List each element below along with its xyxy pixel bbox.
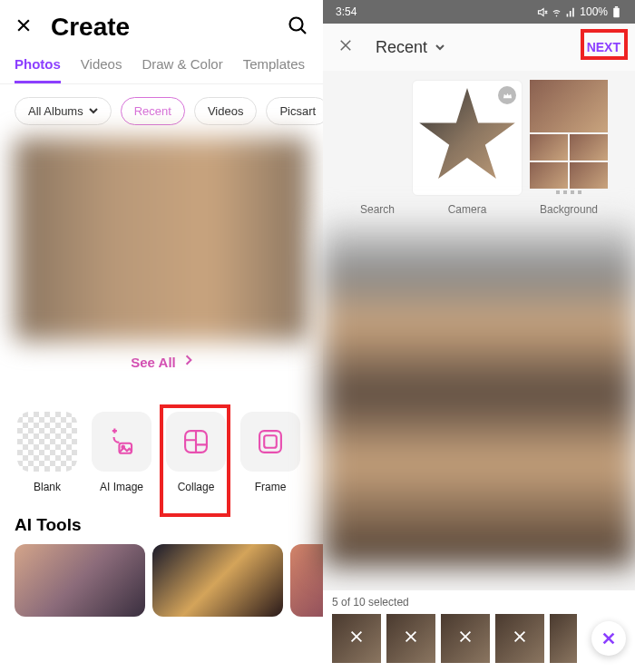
- source-label: Camera: [448, 203, 487, 216]
- status-bar: 3:54 100%: [323, 0, 635, 24]
- selected-thumbs: [332, 614, 626, 663]
- selection-count: 5 of 10 selected: [332, 596, 626, 609]
- chip-label: All Albums: [28, 104, 83, 118]
- status-icons: 100%: [536, 5, 622, 18]
- ai-tools-cards: [0, 544, 323, 617]
- chevron-down-icon: [89, 104, 98, 118]
- source-camera[interactable]: Camera: [412, 80, 523, 216]
- status-time: 3:54: [336, 5, 360, 18]
- tab-bar: Photos Videos Draw & Color Templates: [0, 56, 323, 84]
- selected-thumb[interactable]: [386, 614, 435, 663]
- selected-thumb[interactable]: [550, 614, 577, 663]
- chip-recent[interactable]: Recent: [121, 97, 185, 125]
- create-header: Create: [0, 0, 323, 51]
- tab-photos[interactable]: Photos: [15, 56, 61, 83]
- next-button[interactable]: NEXT: [587, 40, 620, 54]
- time-text: 3:54: [336, 5, 357, 18]
- photo-picker-screen: 3:54 100% Recent NEXT Search: [323, 0, 635, 672]
- svg-rect-4: [259, 431, 281, 453]
- see-all-row[interactable]: See All: [0, 354, 323, 370]
- tool-label: AI Image: [100, 481, 143, 493]
- chip-picsart[interactable]: Picsart: [266, 97, 323, 125]
- tool-blank[interactable]: Blank: [15, 412, 80, 493]
- chip-all-albums[interactable]: All Albums: [15, 97, 112, 125]
- create-screen: Create Photos Videos Draw & Color Templa…: [0, 0, 323, 672]
- battery-text: 100%: [580, 5, 608, 18]
- album-dropdown[interactable]: Recent: [376, 38, 445, 57]
- ai-image-icon: [92, 412, 151, 472]
- tab-templates[interactable]: Templates: [243, 56, 305, 83]
- album-label: Recent: [376, 38, 427, 57]
- ai-tools-heading: AI Tools: [0, 493, 323, 544]
- chevron-right-icon: [185, 354, 192, 370]
- tool-collage[interactable]: Collage: [163, 412, 229, 493]
- background-preview: [530, 80, 608, 196]
- chip-videos[interactable]: Videos: [194, 97, 258, 125]
- source-label: Search: [360, 203, 395, 216]
- tool-row: Blank AI Image Collage Frame: [0, 412, 323, 493]
- remove-icon[interactable]: [512, 628, 528, 648]
- signal-icon: [565, 6, 577, 18]
- selection-bar: 5 of 10 selected: [323, 590, 635, 672]
- ai-tool-card[interactable]: [152, 544, 283, 617]
- tool-label: Collage: [178, 481, 215, 493]
- chevron-down-icon: [435, 42, 445, 53]
- tab-draw-color[interactable]: Draw & Color: [142, 56, 222, 83]
- crown-badge-icon: [498, 86, 516, 104]
- battery-icon: [611, 6, 622, 18]
- remove-icon[interactable]: [457, 628, 474, 648]
- collage-icon: [166, 412, 226, 472]
- svg-rect-5: [264, 435, 277, 448]
- blank-icon: [17, 412, 77, 472]
- search-icon[interactable]: [287, 15, 308, 40]
- selected-thumb[interactable]: [332, 614, 381, 663]
- tool-label: Frame: [255, 481, 287, 493]
- svg-rect-7: [613, 7, 620, 17]
- page-title: Create: [51, 13, 130, 42]
- filter-row: All Albums Recent Videos Picsart: [0, 84, 323, 138]
- tool-frame[interactable]: Frame: [238, 412, 303, 493]
- tool-label: Blank: [34, 481, 61, 493]
- selected-thumb[interactable]: [495, 614, 544, 663]
- photo-grid[interactable]: [323, 221, 635, 566]
- picker-header: Recent NEXT: [323, 24, 635, 71]
- wifi-icon: [551, 6, 562, 18]
- source-search[interactable]: Search: [350, 80, 405, 216]
- remove-icon[interactable]: [348, 628, 365, 648]
- camera-preview: [412, 80, 523, 196]
- svg-point-0: [290, 18, 303, 31]
- clear-selection-button[interactable]: [591, 621, 626, 656]
- source-background[interactable]: Background: [530, 80, 608, 216]
- source-row: Search Camera Background: [323, 71, 635, 216]
- frame-icon: [240, 412, 300, 472]
- remove-icon[interactable]: [403, 628, 419, 648]
- gallery-preview[interactable]: [15, 138, 308, 341]
- close-icon[interactable]: [15, 16, 33, 38]
- see-all-label: See All: [131, 355, 175, 370]
- tab-videos[interactable]: Videos: [81, 56, 122, 83]
- tool-ai-image[interactable]: AI Image: [89, 412, 154, 493]
- mute-icon: [536, 6, 548, 18]
- svg-rect-8: [615, 6, 618, 8]
- selected-thumb[interactable]: [441, 614, 490, 663]
- close-icon[interactable]: [337, 37, 354, 57]
- source-label: Background: [540, 203, 598, 216]
- ai-tool-card[interactable]: [15, 544, 145, 617]
